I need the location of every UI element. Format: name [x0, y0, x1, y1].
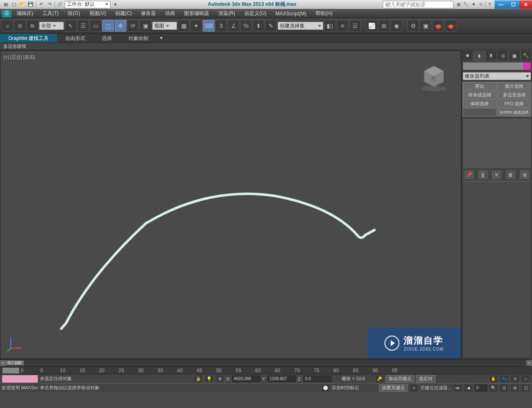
- modifier-list-dropdown[interactable]: 修改器列表: [463, 72, 531, 80]
- nav-zoom-all-icon[interactable]: ⊡: [500, 384, 509, 392]
- coord-x[interactable]: 4920.399: [232, 376, 260, 382]
- menu-grapheditors[interactable]: 图形编辑器: [180, 9, 213, 18]
- btn-extrude[interactable]: 挤出: [463, 82, 497, 90]
- align-icon[interactable]: ≡: [337, 20, 348, 32]
- help-icon[interactable]: ?: [486, 1, 493, 8]
- btn-patch-select[interactable]: 面片选择: [497, 82, 531, 90]
- render-iterative-icon[interactable]: 🫖: [445, 20, 456, 32]
- configure-sets-icon[interactable]: ⊞: [520, 171, 529, 179]
- ref-coord-dropdown[interactable]: 视图: [152, 22, 177, 30]
- show-end-result-icon[interactable]: |‖: [478, 171, 488, 179]
- named-selection-dropdown[interactable]: 创建选择集: [278, 22, 323, 30]
- tab-selection[interactable]: 选择: [94, 34, 120, 42]
- key-icon[interactable]: 🔧: [463, 1, 469, 8]
- open-icon[interactable]: 📂: [19, 1, 26, 8]
- keymode-icon[interactable]: ∿: [409, 384, 419, 392]
- abs-transform-icon[interactable]: ⊕: [215, 375, 224, 383]
- tab-graphite[interactable]: Graphite 建模工具: [0, 34, 57, 42]
- select-object-icon[interactable]: ↖: [65, 20, 76, 32]
- coord-z[interactable]: 0.0: [303, 376, 332, 382]
- select-by-name-icon[interactable]: ☰: [77, 20, 89, 32]
- btn-vol-select[interactable]: 体积选择: [463, 99, 497, 108]
- snap-3-icon[interactable]: 3: [215, 20, 227, 32]
- menu-create[interactable]: 创建(C): [111, 9, 136, 18]
- tab-display-icon[interactable]: ▣: [509, 50, 520, 61]
- percent-snap-icon[interactable]: %: [240, 20, 252, 32]
- favorite-icon[interactable]: ☆: [478, 1, 484, 8]
- lock-selection-icon[interactable]: 🔒: [194, 375, 203, 383]
- menu-group[interactable]: 组(G): [64, 9, 84, 18]
- object-color-swatch[interactable]: [523, 62, 531, 70]
- window-crossing-icon[interactable]: ◫: [102, 20, 114, 32]
- btn-nurbs-select[interactable]: NURBS 曲面选择: [497, 108, 531, 116]
- layers-icon[interactable]: ☱: [349, 20, 361, 32]
- menu-help[interactable]: 帮助(H): [311, 9, 337, 18]
- menu-modifiers[interactable]: 修改器: [137, 9, 160, 18]
- nav-walk-icon[interactable]: 👣: [500, 375, 509, 383]
- trackbar-toggle-icon[interactable]: [2, 368, 19, 373]
- track-bar[interactable]: /*ticks rendered below via JS*/ 05101520…: [0, 366, 532, 374]
- viewcube-icon[interactable]: 前: [419, 63, 448, 92]
- select-rect-icon[interactable]: ▭: [90, 20, 101, 32]
- close-button[interactable]: ✕: [520, 0, 532, 9]
- app-menu-icon[interactable]: ▤: [2, 1, 9, 8]
- search-input[interactable]: [383, 1, 453, 8]
- tab-hierarchy-icon[interactable]: ♜: [485, 50, 497, 61]
- nav-orbit-icon[interactable]: ⊙: [510, 375, 520, 383]
- isolate-icon[interactable]: 💡: [204, 375, 214, 383]
- tab-freeform[interactable]: 自由形式: [57, 34, 94, 42]
- move-tool-icon[interactable]: ✥: [115, 20, 126, 32]
- play-prev-icon[interactable]: ◀: [464, 384, 473, 392]
- object-name-field[interactable]: [463, 62, 531, 70]
- rotate-tool-icon[interactable]: ⟳: [127, 20, 139, 32]
- selection-filter-dropdown[interactable]: 全部: [39, 22, 64, 30]
- tab-objectpaint[interactable]: 对象绘制: [120, 34, 157, 42]
- selected-button[interactable]: 选定对: [416, 375, 436, 383]
- time-slider[interactable]: < 0 / 100 >: [0, 359, 532, 366]
- menu-maxscript[interactable]: MAXScript(M): [271, 10, 311, 17]
- modifier-stack[interactable]: [463, 118, 531, 169]
- render-production-icon[interactable]: 🫖: [432, 20, 444, 32]
- menu-view[interactable]: 视图(V): [85, 9, 110, 18]
- menu-tools[interactable]: 工具(T): [38, 9, 63, 18]
- maxscript-mini-listener[interactable]: [2, 375, 38, 383]
- add-time-tag[interactable]: 添加时间标记: [332, 385, 359, 391]
- autokey-button[interactable]: 自动关键点: [386, 375, 414, 383]
- unlink-tool-icon[interactable]: ⊘: [14, 20, 26, 32]
- link-icon[interactable]: 🔗: [57, 1, 63, 8]
- infocenter-icon[interactable]: ⊞: [455, 1, 462, 8]
- render-setup-icon[interactable]: ⚙: [407, 20, 419, 32]
- curve-editor-icon[interactable]: 📈: [366, 20, 377, 32]
- timeconfig-icon[interactable]: 🕐: [321, 384, 330, 392]
- viewport[interactable]: [+] [正交] [真实] 前 溜溜自学 ZIXUE.3D66.COM: [0, 50, 461, 359]
- setkey-button[interactable]: 设置关键点: [379, 384, 408, 392]
- time-slider-label[interactable]: 0 / 100: [6, 361, 24, 365]
- btn-spline-select[interactable]: 样条线选择: [463, 91, 497, 99]
- key-filters[interactable]: 关键点过滤器...: [420, 385, 451, 391]
- tab-motion-icon[interactable]: ◎: [497, 50, 509, 61]
- bind-spacewarrp-icon[interactable]: ≋: [27, 20, 38, 32]
- play-start-icon[interactable]: ⏮: [453, 384, 462, 392]
- key-icon[interactable]: 🔑: [375, 375, 384, 383]
- minimize-button[interactable]: —: [495, 0, 507, 9]
- remove-modifier-icon[interactable]: 🗑: [506, 171, 515, 179]
- current-frame[interactable]: 0: [475, 385, 487, 391]
- app-logo-icon[interactable]: Ⓢ: [2, 10, 12, 17]
- use-center-icon[interactable]: ▦: [178, 20, 190, 32]
- nav-zoom-icon[interactable]: 🔍: [489, 384, 498, 392]
- menu-animation[interactable]: 动画: [161, 9, 179, 18]
- named-sel-edit-icon[interactable]: ✎: [265, 20, 277, 32]
- make-unique-icon[interactable]: ∀: [492, 171, 501, 179]
- schematic-icon[interactable]: ⊞: [378, 20, 390, 32]
- nav-max-toggle-icon[interactable]: ◫: [521, 384, 530, 392]
- menu-customize[interactable]: 自定义(U): [240, 9, 271, 18]
- tab-create-icon[interactable]: ✹: [462, 50, 473, 61]
- manipulate-icon[interactable]: ✦: [190, 20, 202, 32]
- viewport-label[interactable]: [+] [正交] [真实]: [4, 54, 35, 60]
- timeline-next-icon[interactable]: >: [526, 360, 532, 366]
- spinner-snap-icon[interactable]: ⬍: [253, 20, 264, 32]
- workspace-dropdown[interactable]: 工作台: 默认: [65, 1, 111, 8]
- angle-snap-icon[interactable]: ∠: [228, 20, 239, 32]
- scale-tool-icon[interactable]: ▣: [140, 20, 151, 32]
- timeline-prev-icon[interactable]: <: [0, 360, 6, 366]
